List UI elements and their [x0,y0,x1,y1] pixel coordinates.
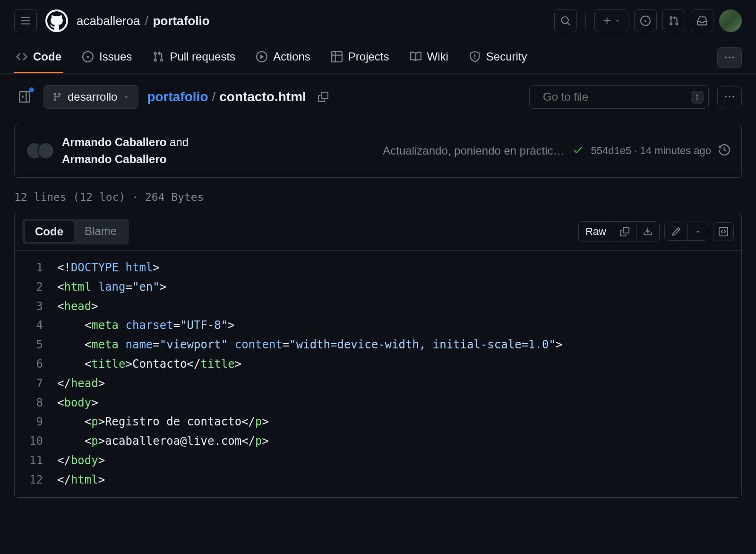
line-content: <p>acaballeroa@live.com</p> [57,432,741,451]
tab-projects-label: Projects [348,50,389,63]
code-line[interactable]: 6 <title>Contacto</title> [15,355,741,374]
code-line[interactable]: 7</head> [15,374,741,393]
author-avatar[interactable] [37,142,54,159]
commit-status[interactable] [572,144,584,157]
file-tree-toggle[interactable] [14,87,35,107]
tab-code[interactable]: Code [14,42,63,73]
author-name[interactable]: Armando Caballero [62,136,166,148]
book-icon [410,51,421,62]
tab-pull-requests[interactable]: Pull requests [151,42,237,73]
commit-info: Armando Caballero and Armando Caballero … [14,124,742,178]
code-line[interactable]: 3<head> [15,297,741,316]
chevron-down-icon [695,228,701,235]
github-logo[interactable] [45,9,68,32]
line-number: 7 [15,374,57,393]
issues-icon [82,51,94,62]
history-button[interactable] [719,144,730,157]
branch-icon [52,92,62,102]
code-line[interactable]: 12</html> [15,470,741,490]
tab-wiki-label: Wiki [427,50,448,63]
tab-actions-label: Actions [273,50,310,63]
divider [585,13,586,28]
copy-path-button[interactable] [315,88,332,105]
line-content: <meta name="viewport" content="width=dev… [57,335,741,355]
create-button[interactable] [594,9,628,32]
owner-link[interactable]: acaballeroa [77,14,140,28]
branch-name: desarrollo [68,90,117,104]
file-name: contacto.html [219,89,306,104]
line-number: 2 [15,277,57,297]
breadcrumb: acaballeroa / portafolio [77,14,210,28]
line-number: 8 [15,393,57,413]
branch-selector[interactable]: desarrollo [43,85,138,109]
line-content: <html lang="en"> [57,277,741,297]
more-tabs-button[interactable] [717,47,742,68]
search-button[interactable] [554,9,577,32]
line-number: 11 [15,451,57,470]
notifications-button[interactable] [691,9,713,32]
edit-dropdown-button[interactable] [688,223,708,240]
code-icon [16,51,27,62]
line-content: <title>Contacto</title> [57,355,741,374]
line-number: 6 [15,355,57,374]
commit-dot: · [631,145,640,156]
code-line[interactable]: 9 <p>Registro de contacto</p> [15,412,741,432]
author-name[interactable]: Armando Caballero [62,153,166,165]
code-line[interactable]: 2<html lang="en"> [15,277,741,297]
tab-issues[interactable]: Issues [80,42,134,73]
line-number: 1 [15,258,57,277]
commit-message[interactable]: Actualizando, poniendo en práctic… [383,144,564,157]
code-line[interactable]: 1<!DOCTYPE html> [15,258,741,277]
code-line[interactable]: 4 <meta charset="UTF-8"> [15,316,741,335]
tab-security[interactable]: Security [467,42,529,73]
tab-projects[interactable]: Projects [329,42,391,73]
tab-actions[interactable]: Actions [254,42,312,73]
repo-link[interactable]: portafolio [153,14,210,28]
menu-button[interactable] [14,9,37,32]
user-avatar[interactable] [719,9,742,32]
edit-button[interactable] [665,223,688,240]
kebab-icon [725,53,734,62]
copy-icon [318,92,328,102]
github-icon [47,11,66,30]
code-line[interactable]: 11</body> [15,451,741,470]
line-content: <p>Registro de contacto</p> [57,412,741,432]
line-content: </head> [57,374,741,393]
view-code-button[interactable]: Code [24,221,74,242]
pull-requests-button[interactable] [662,9,685,32]
line-number: 3 [15,297,57,316]
code-line[interactable]: 8<body> [15,393,741,413]
symbols-button[interactable] [713,222,734,241]
code-line[interactable]: 10 <p>acaballeroa@live.com</p> [15,432,741,451]
line-content: <meta charset="UTF-8"> [57,316,741,335]
file-more-button[interactable] [717,87,742,107]
pull-request-icon [153,51,164,62]
line-content: <body> [57,393,741,413]
download-button[interactable] [636,222,659,242]
file-path: portafolio / contacto.html [147,89,306,104]
file-search-input[interactable] [543,90,684,104]
kebab-icon [725,92,734,102]
line-number: 10 [15,432,57,451]
copy-button[interactable] [613,222,636,242]
file-search[interactable]: t [529,85,709,109]
issue-icon [640,16,651,26]
repo-name-link[interactable]: portafolio [147,89,208,104]
file-stats: 12 lines (12 loc) · 264 Bytes [0,178,756,213]
chevron-down-icon [123,94,129,100]
chevron-down-icon [615,18,620,24]
shield-icon [469,51,481,62]
commit-avatars [26,142,54,159]
breadcrumb-separator: / [145,14,148,28]
inbox-icon [697,16,707,26]
symbols-icon [719,227,728,236]
raw-button[interactable]: Raw [579,222,613,242]
code-line[interactable]: 5 <meta name="viewport" content="width=d… [15,335,741,355]
tab-wiki[interactable]: Wiki [408,42,450,73]
view-toggle: Code Blame [22,219,129,244]
download-icon [643,227,653,236]
view-blame-button[interactable]: Blame [74,221,127,242]
commit-sha[interactable]: 554d1e5 [591,145,632,156]
issues-button[interactable] [634,9,657,32]
line-content: <head> [57,297,741,316]
